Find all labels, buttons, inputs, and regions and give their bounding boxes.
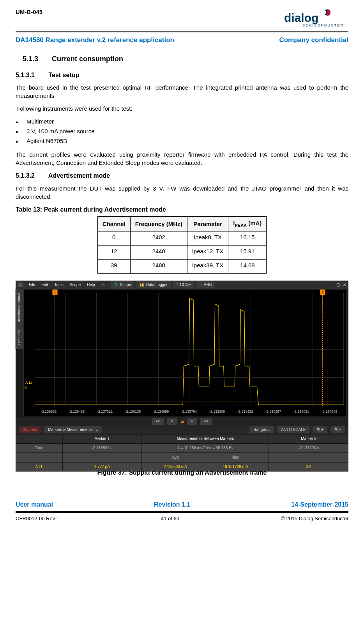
nav-fwd[interactable]: > [187, 418, 197, 425]
marker-2[interactable]: 2 [322, 293, 323, 406]
meas-col-m2: Marker 2 [269, 434, 348, 443]
meas-avg-label: Avg [145, 455, 205, 460]
menu-edit[interactable]: Edit [41, 282, 48, 288]
cell: Ipeak12, TX [187, 245, 228, 259]
arb-icon: ⎍ [200, 282, 202, 288]
meas-m2-time: -2.128703 s [269, 443, 348, 453]
measurements-table: Marker 1 Measurements Between Markers Ma… [16, 434, 348, 472]
col-header: Parameter [187, 217, 228, 231]
subsection-title: Advertisement mode [48, 172, 110, 179]
footer-cfr: CFR0012-00 Rev 1 [16, 515, 59, 522]
nav-back-fast[interactable]: << [152, 418, 164, 425]
list-item: 3 V, 100 mA power source [16, 127, 348, 135]
scope-screenshot: File Edit Tools Scope Help ⚠ ∿Scope ▮▮Da… [16, 281, 348, 466]
maximize-icon[interactable]: ▢ [336, 282, 340, 288]
cell: 2402 [130, 231, 187, 245]
paragraph: The current profiles were evaluated usin… [16, 150, 348, 167]
plot-canvas: 1 2 [35, 293, 343, 406]
menu-tools[interactable]: Tools [54, 282, 63, 288]
menu-scope[interactable]: Scope [70, 282, 81, 288]
meas-corner [16, 434, 62, 443]
confidentiality: Company confidential [279, 35, 348, 45]
meas-row-time-label: Time [16, 443, 62, 453]
paragraph: For this measurement the DUT was supplie… [16, 184, 348, 201]
app-icon [18, 283, 23, 287]
footer-page: 41 of 60 [161, 515, 179, 522]
table-row: 0 2402 Ipeak0, TX 16.15 [97, 231, 267, 245]
meas-avg-value: 2.105533 mA [145, 464, 205, 470]
tick: -2.132608 [203, 409, 231, 414]
list-item: Agilent N6705B [16, 137, 348, 145]
meas-sub-blank [62, 453, 142, 462]
subsection-heading-1: 5.1.3.1 Test setup [16, 71, 348, 79]
tick: -2.136135 [119, 409, 147, 414]
subsection-heading-2: 5.1.3.2 Advertisement mode [16, 171, 348, 180]
meas-col-between: Measurements Between Markers [142, 434, 269, 443]
meas-max-label: Max [205, 455, 265, 460]
status-stopped: Stopped [19, 426, 41, 433]
meas-m1-value: 1.777 µA [62, 462, 142, 472]
cell: 12 [97, 245, 130, 259]
subsection-num: 5.1.3.2 [16, 171, 47, 180]
col-header: Channel [97, 217, 130, 231]
table-caption: Table 13: Peak current during Advertisem… [16, 205, 348, 214]
subsection-num: 5.1.3.1 [16, 71, 47, 79]
scope-menubar: File Edit Tools Scope Help ⚠ ∿Scope ▮▮Da… [16, 281, 348, 289]
nav-back[interactable]: < [167, 418, 177, 425]
meas-sub-labels: Avg Max [142, 453, 269, 462]
menu-help[interactable]: Help [87, 282, 95, 288]
list-item: Multimeter [16, 117, 348, 125]
brand-logo: dialog SEMICONDUCTOR [270, 8, 348, 30]
tick: -2.127906 [315, 409, 343, 414]
page-header: UM-B-045 dialog SEMICONDUCTOR [16, 8, 348, 30]
ccdf-icon: ⤴ [176, 282, 178, 288]
peak-current-table: Channel Frequency (MHz) Parameter IPEAK … [97, 216, 267, 273]
zoom-in-icon[interactable]: 🔍+ [313, 426, 327, 433]
cell: Ipeak0, TX [187, 231, 228, 245]
marker-horizontal[interactable] [35, 401, 343, 401]
mode-tab-ccdf[interactable]: ⤴CCDF [173, 281, 194, 288]
tick: -2.138486 [63, 409, 91, 414]
title-row: DA14580 Range extender v.2 reference app… [16, 35, 348, 45]
tick: -2.139662 [35, 409, 63, 414]
channel-indicator-icon: ⊟ [25, 385, 28, 390]
table-row: 39 2480 Ipeak39, TX 14.68 [97, 259, 267, 273]
side-tab-instrument-control[interactable]: Instrument Control [16, 289, 23, 326]
header-rule [16, 31, 348, 32]
paragraph: The board used in the test presented opt… [16, 83, 348, 100]
nav-fwd-fast[interactable]: >> [200, 418, 212, 425]
markers-measurements-toggle[interactable]: Markers & Measurements ⌄ [44, 426, 102, 433]
cell: 16.15 [228, 231, 267, 245]
autoscale-button[interactable]: AUTO SCALE [277, 426, 309, 433]
tick: -2.137311 [91, 409, 119, 414]
minimize-icon[interactable]: — [329, 282, 333, 288]
menu-file[interactable]: File [29, 282, 35, 288]
doc-title: DA14580 Range extender v.2 reference app… [16, 35, 174, 45]
doc-id: UM-B-045 [16, 8, 42, 16]
side-tab-error-log[interactable]: Error Log [16, 327, 23, 349]
cell: 14.68 [228, 259, 267, 273]
footer-copyright: © 2015 Dialog Semiconductor [281, 515, 348, 522]
meas-m1-time: -2.138891 s [62, 443, 142, 453]
mode-tab-scope[interactable]: ∿Scope [111, 281, 134, 289]
cell: 39 [97, 259, 130, 273]
side-panels: Instrument Control Error Log [16, 289, 23, 349]
ranges-button[interactable]: Ranges... [249, 426, 274, 433]
tick: -2.133784 [175, 409, 203, 414]
mode-tab-arb[interactable]: ⎍ARB [196, 281, 215, 288]
meas-row-channel: A-I1 [16, 462, 62, 472]
chevron-down-icon: ⌄ [95, 427, 98, 433]
section-num: 5.1.3 [23, 54, 50, 64]
plot-area[interactable]: 1 2 A-I1 ⊟ -2.139662 -2.138486 -2.137311… [23, 289, 347, 416]
cell: 15.91 [228, 245, 267, 259]
tick: -2.131432 [231, 409, 259, 414]
scope-bottom-panel: << < ⬓ > >> Stopped Markers & Measuremen… [16, 417, 348, 472]
zoom-out-icon[interactable]: 🔍− [330, 426, 345, 433]
marker-1[interactable]: 1 [55, 293, 55, 406]
mode-tab-datalogger[interactable]: ▮▮Data Logger [136, 281, 171, 288]
close-icon[interactable]: ✕ [343, 282, 346, 288]
footer-rule [16, 511, 348, 513]
subsection-title: Test setup [48, 72, 79, 78]
svg-text:dialog: dialog [284, 11, 318, 24]
meas-max-value: 16.151728 mA [205, 464, 265, 470]
